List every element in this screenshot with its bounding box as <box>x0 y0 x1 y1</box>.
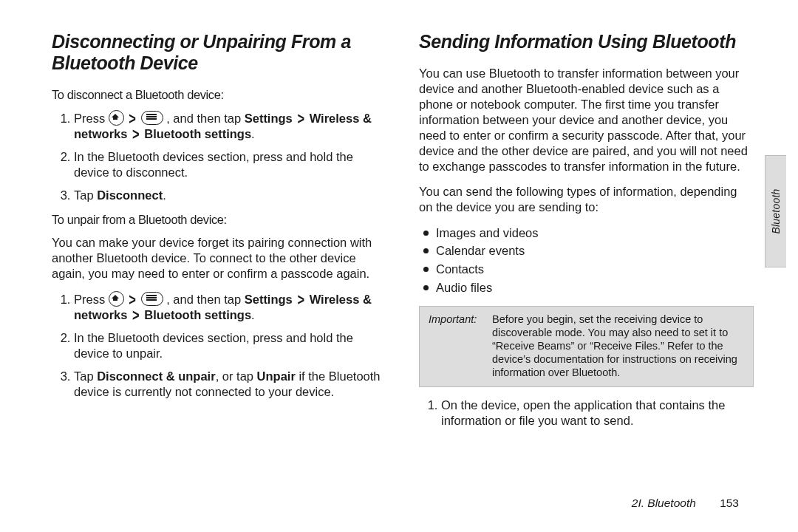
unpair-steps: Press > , and then tap Settings > Wirele… <box>52 291 386 400</box>
settings-label: Settings <box>245 112 293 125</box>
text: , and then tap <box>166 112 245 125</box>
chevron-icon: > <box>296 289 306 309</box>
bt-settings-label: Bluetooth settings <box>144 308 251 321</box>
unpair-label: Unpair <box>257 369 296 383</box>
disconnect-steps: Press > , and then tap Settings > Wirele… <box>52 110 386 204</box>
manual-page: Disconnecting or Unpairing From a Blueto… <box>0 0 798 532</box>
period: . <box>163 188 166 202</box>
important-note: Important: Before you begin, set the rec… <box>419 306 754 388</box>
menu-key-icon <box>141 292 163 306</box>
page-number: 153 <box>720 497 739 510</box>
disconnect-label: Disconnect <box>97 188 163 202</box>
send-steps: On the device, open the application that… <box>419 398 754 429</box>
disconnect-unpair-label: Disconnect & unpair <box>97 369 215 383</box>
list-item: Calendar events <box>423 242 754 260</box>
unpair-intro: To unpair from a Bluetooth device: <box>52 212 386 228</box>
right-column: Sending Information Using Bluetooth You … <box>419 31 754 438</box>
right-p1: You can use Bluetooth to transfer inform… <box>419 66 754 175</box>
two-column-layout: Disconnecting or Unpairing From a Blueto… <box>52 31 754 438</box>
side-tab: Bluetooth <box>765 155 786 267</box>
period: . <box>251 308 255 321</box>
period: . <box>251 127 255 140</box>
text: Press <box>74 293 109 306</box>
list-item: Contacts <box>423 260 754 279</box>
list-item: Images and videos <box>423 224 754 242</box>
left-heading: Disconnecting or Unpairing From a Blueto… <box>52 31 386 74</box>
text: , and then tap <box>166 293 245 306</box>
home-key-icon <box>109 291 124 307</box>
bt-settings-label: Bluetooth settings <box>144 127 251 140</box>
send-step-1: On the device, open the application that… <box>441 398 754 429</box>
info-types-list: Images and videos Calendar events Contac… <box>419 224 754 297</box>
chevron-icon: > <box>131 305 141 325</box>
text: Tap <box>74 188 97 202</box>
chevron-icon: > <box>296 108 306 128</box>
disconnect-step-2: In the Bluetooth devices section, press … <box>74 149 386 180</box>
note-body: Before you begin, set the receiving devi… <box>492 313 744 380</box>
unpair-step-2: In the Bluetooth devices section, press … <box>74 330 386 361</box>
menu-key-icon <box>141 111 163 125</box>
home-key-icon <box>109 110 124 126</box>
note-header: Important: <box>429 313 489 326</box>
page-footer: 2I. Bluetooth 153 <box>632 497 739 510</box>
chevron-icon: > <box>131 124 141 144</box>
text: Tap <box>74 369 97 383</box>
settings-label: Settings <box>245 293 293 306</box>
text: Press <box>74 112 109 125</box>
footer-section: 2I. Bluetooth <box>632 497 696 509</box>
list-item: Audio files <box>423 279 754 297</box>
right-p2: You can send the following types of info… <box>419 184 754 215</box>
disconnect-intro: To disconnect a Bluetooth device: <box>52 87 386 103</box>
side-tab-label: Bluetooth <box>770 189 782 234</box>
unpair-step-3: Tap Disconnect & unpair, or tap Unpair i… <box>74 369 386 400</box>
unpair-step-1: Press > , and then tap Settings > Wirele… <box>74 291 386 323</box>
disconnect-step-3: Tap Disconnect. <box>74 188 386 203</box>
left-column: Disconnecting or Unpairing From a Blueto… <box>52 31 386 438</box>
text: , or tap <box>216 369 257 383</box>
disconnect-step-1: Press > , and then tap Settings > Wirele… <box>74 110 386 142</box>
right-heading: Sending Information Using Bluetooth <box>419 31 754 52</box>
unpair-paragraph: You can make your device forget its pair… <box>52 235 386 282</box>
